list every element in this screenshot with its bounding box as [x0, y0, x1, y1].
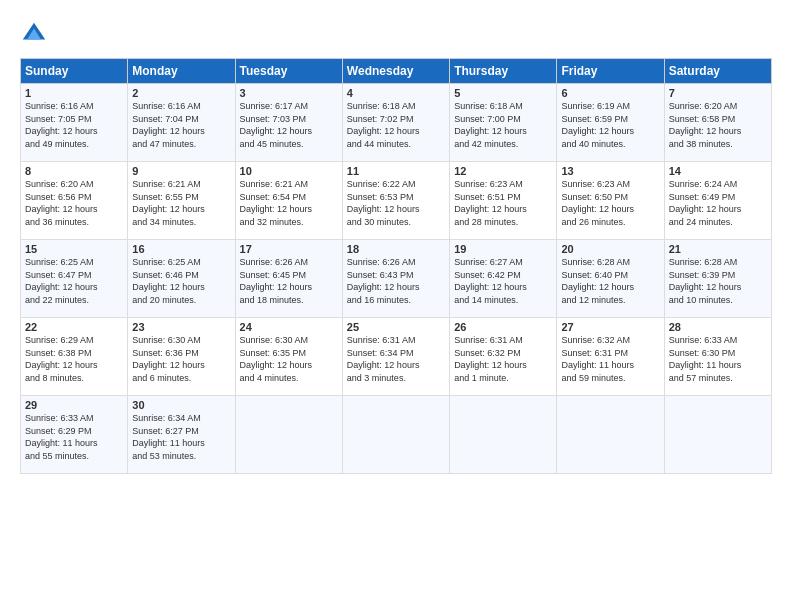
calendar-cell: 8Sunrise: 6:20 AM Sunset: 6:56 PM Daylig…	[21, 162, 128, 240]
calendar-cell	[557, 396, 664, 474]
calendar-cell: 22Sunrise: 6:29 AM Sunset: 6:38 PM Dayli…	[21, 318, 128, 396]
calendar-cell: 17Sunrise: 6:26 AM Sunset: 6:45 PM Dayli…	[235, 240, 342, 318]
calendar-cell: 3Sunrise: 6:17 AM Sunset: 7:03 PM Daylig…	[235, 84, 342, 162]
day-header-sunday: Sunday	[21, 59, 128, 84]
calendar-week-row: 1Sunrise: 6:16 AM Sunset: 7:05 PM Daylig…	[21, 84, 772, 162]
calendar-table: SundayMondayTuesdayWednesdayThursdayFrid…	[20, 58, 772, 474]
calendar-cell: 20Sunrise: 6:28 AM Sunset: 6:40 PM Dayli…	[557, 240, 664, 318]
calendar-cell	[664, 396, 771, 474]
day-number: 19	[454, 243, 552, 255]
calendar-week-row: 29Sunrise: 6:33 AM Sunset: 6:29 PM Dayli…	[21, 396, 772, 474]
day-info: Sunrise: 6:18 AM Sunset: 7:02 PM Dayligh…	[347, 100, 445, 150]
day-info: Sunrise: 6:21 AM Sunset: 6:54 PM Dayligh…	[240, 178, 338, 228]
day-info: Sunrise: 6:24 AM Sunset: 6:49 PM Dayligh…	[669, 178, 767, 228]
calendar-cell: 23Sunrise: 6:30 AM Sunset: 6:36 PM Dayli…	[128, 318, 235, 396]
day-info: Sunrise: 6:28 AM Sunset: 6:39 PM Dayligh…	[669, 256, 767, 306]
day-info: Sunrise: 6:19 AM Sunset: 6:59 PM Dayligh…	[561, 100, 659, 150]
day-number: 11	[347, 165, 445, 177]
day-info: Sunrise: 6:26 AM Sunset: 6:45 PM Dayligh…	[240, 256, 338, 306]
calendar-week-row: 15Sunrise: 6:25 AM Sunset: 6:47 PM Dayli…	[21, 240, 772, 318]
calendar-cell: 4Sunrise: 6:18 AM Sunset: 7:02 PM Daylig…	[342, 84, 449, 162]
day-number: 10	[240, 165, 338, 177]
day-info: Sunrise: 6:20 AM Sunset: 6:56 PM Dayligh…	[25, 178, 123, 228]
calendar-cell: 25Sunrise: 6:31 AM Sunset: 6:34 PM Dayli…	[342, 318, 449, 396]
day-info: Sunrise: 6:21 AM Sunset: 6:55 PM Dayligh…	[132, 178, 230, 228]
calendar-cell: 28Sunrise: 6:33 AM Sunset: 6:30 PM Dayli…	[664, 318, 771, 396]
day-number: 26	[454, 321, 552, 333]
calendar-cell: 13Sunrise: 6:23 AM Sunset: 6:50 PM Dayli…	[557, 162, 664, 240]
calendar-cell: 9Sunrise: 6:21 AM Sunset: 6:55 PM Daylig…	[128, 162, 235, 240]
calendar-cell: 24Sunrise: 6:30 AM Sunset: 6:35 PM Dayli…	[235, 318, 342, 396]
calendar-week-row: 8Sunrise: 6:20 AM Sunset: 6:56 PM Daylig…	[21, 162, 772, 240]
header-row	[20, 16, 772, 48]
day-number: 23	[132, 321, 230, 333]
calendar-cell	[342, 396, 449, 474]
calendar-cell: 15Sunrise: 6:25 AM Sunset: 6:47 PM Dayli…	[21, 240, 128, 318]
day-number: 27	[561, 321, 659, 333]
calendar-cell: 12Sunrise: 6:23 AM Sunset: 6:51 PM Dayli…	[450, 162, 557, 240]
day-number: 17	[240, 243, 338, 255]
day-number: 6	[561, 87, 659, 99]
day-info: Sunrise: 6:31 AM Sunset: 6:34 PM Dayligh…	[347, 334, 445, 384]
calendar-cell: 26Sunrise: 6:31 AM Sunset: 6:32 PM Dayli…	[450, 318, 557, 396]
calendar-cell	[450, 396, 557, 474]
calendar-cell: 29Sunrise: 6:33 AM Sunset: 6:29 PM Dayli…	[21, 396, 128, 474]
calendar-cell: 16Sunrise: 6:25 AM Sunset: 6:46 PM Dayli…	[128, 240, 235, 318]
day-info: Sunrise: 6:22 AM Sunset: 6:53 PM Dayligh…	[347, 178, 445, 228]
day-header-wednesday: Wednesday	[342, 59, 449, 84]
day-header-friday: Friday	[557, 59, 664, 84]
calendar-cell: 21Sunrise: 6:28 AM Sunset: 6:39 PM Dayli…	[664, 240, 771, 318]
calendar-cell: 18Sunrise: 6:26 AM Sunset: 6:43 PM Dayli…	[342, 240, 449, 318]
day-info: Sunrise: 6:20 AM Sunset: 6:58 PM Dayligh…	[669, 100, 767, 150]
calendar-cell: 14Sunrise: 6:24 AM Sunset: 6:49 PM Dayli…	[664, 162, 771, 240]
day-info: Sunrise: 6:34 AM Sunset: 6:27 PM Dayligh…	[132, 412, 230, 462]
day-number: 3	[240, 87, 338, 99]
day-info: Sunrise: 6:23 AM Sunset: 6:51 PM Dayligh…	[454, 178, 552, 228]
calendar-cell: 27Sunrise: 6:32 AM Sunset: 6:31 PM Dayli…	[557, 318, 664, 396]
day-number: 28	[669, 321, 767, 333]
calendar-cell: 11Sunrise: 6:22 AM Sunset: 6:53 PM Dayli…	[342, 162, 449, 240]
day-header-thursday: Thursday	[450, 59, 557, 84]
day-info: Sunrise: 6:29 AM Sunset: 6:38 PM Dayligh…	[25, 334, 123, 384]
day-number: 12	[454, 165, 552, 177]
day-number: 16	[132, 243, 230, 255]
day-header-tuesday: Tuesday	[235, 59, 342, 84]
calendar-cell: 7Sunrise: 6:20 AM Sunset: 6:58 PM Daylig…	[664, 84, 771, 162]
calendar-cell: 30Sunrise: 6:34 AM Sunset: 6:27 PM Dayli…	[128, 396, 235, 474]
calendar-cell	[235, 396, 342, 474]
day-number: 22	[25, 321, 123, 333]
day-info: Sunrise: 6:26 AM Sunset: 6:43 PM Dayligh…	[347, 256, 445, 306]
day-number: 8	[25, 165, 123, 177]
day-info: Sunrise: 6:33 AM Sunset: 6:29 PM Dayligh…	[25, 412, 123, 462]
day-number: 30	[132, 399, 230, 411]
calendar-cell: 19Sunrise: 6:27 AM Sunset: 6:42 PM Dayli…	[450, 240, 557, 318]
day-number: 5	[454, 87, 552, 99]
calendar-cell: 2Sunrise: 6:16 AM Sunset: 7:04 PM Daylig…	[128, 84, 235, 162]
day-header-monday: Monday	[128, 59, 235, 84]
day-info: Sunrise: 6:30 AM Sunset: 6:35 PM Dayligh…	[240, 334, 338, 384]
day-number: 14	[669, 165, 767, 177]
main-container: SundayMondayTuesdayWednesdayThursdayFrid…	[0, 0, 792, 484]
day-number: 24	[240, 321, 338, 333]
day-number: 7	[669, 87, 767, 99]
day-number: 21	[669, 243, 767, 255]
day-info: Sunrise: 6:18 AM Sunset: 7:00 PM Dayligh…	[454, 100, 552, 150]
day-info: Sunrise: 6:25 AM Sunset: 6:46 PM Dayligh…	[132, 256, 230, 306]
day-number: 4	[347, 87, 445, 99]
day-info: Sunrise: 6:31 AM Sunset: 6:32 PM Dayligh…	[454, 334, 552, 384]
day-number: 15	[25, 243, 123, 255]
day-number: 29	[25, 399, 123, 411]
day-info: Sunrise: 6:30 AM Sunset: 6:36 PM Dayligh…	[132, 334, 230, 384]
day-number: 20	[561, 243, 659, 255]
logo	[20, 20, 52, 48]
day-info: Sunrise: 6:27 AM Sunset: 6:42 PM Dayligh…	[454, 256, 552, 306]
day-info: Sunrise: 6:16 AM Sunset: 7:04 PM Dayligh…	[132, 100, 230, 150]
day-number: 1	[25, 87, 123, 99]
day-info: Sunrise: 6:33 AM Sunset: 6:30 PM Dayligh…	[669, 334, 767, 384]
calendar-week-row: 22Sunrise: 6:29 AM Sunset: 6:38 PM Dayli…	[21, 318, 772, 396]
calendar-cell: 1Sunrise: 6:16 AM Sunset: 7:05 PM Daylig…	[21, 84, 128, 162]
day-info: Sunrise: 6:32 AM Sunset: 6:31 PM Dayligh…	[561, 334, 659, 384]
day-info: Sunrise: 6:16 AM Sunset: 7:05 PM Dayligh…	[25, 100, 123, 150]
calendar-cell: 10Sunrise: 6:21 AM Sunset: 6:54 PM Dayli…	[235, 162, 342, 240]
day-number: 18	[347, 243, 445, 255]
